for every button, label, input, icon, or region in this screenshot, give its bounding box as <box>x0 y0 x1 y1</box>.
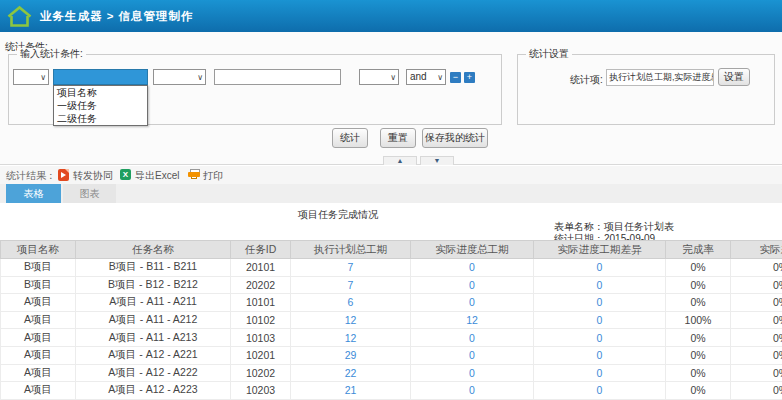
cell: 0% <box>666 329 731 347</box>
settings-fieldset-label: 统计设置 <box>526 48 572 60</box>
cell: 10202 <box>231 364 291 382</box>
value-select[interactable]: ∨ <box>359 69 399 85</box>
result-table-wrapper: 项目名称任务名称任务ID执行计划总工期实际进度总工期实际进度工期差异完成率实际差… <box>0 240 782 400</box>
cell-link[interactable]: 0 <box>534 364 666 382</box>
add-condition-button[interactable]: + <box>464 72 475 83</box>
result-table: 项目名称任务名称任务ID执行计划总工期实际进度总工期实际进度工期差异完成率实际差… <box>0 240 782 400</box>
cell-link[interactable]: 0 <box>534 276 666 294</box>
dropdown-option[interactable]: 项目名称 <box>54 86 147 99</box>
cell-link[interactable]: 0 <box>411 276 534 294</box>
column-header: 任务名称 <box>76 241 231 259</box>
cell: A项目 - A11 - A212 <box>76 311 231 329</box>
cell: 0% <box>731 276 782 294</box>
logic-select[interactable]: ∨ <box>13 69 49 85</box>
cell-link[interactable]: 0 <box>411 259 534 277</box>
cell-link[interactable]: 7 <box>291 259 411 277</box>
cell: 0% <box>666 346 731 364</box>
cell-link[interactable]: 0 <box>534 294 666 312</box>
cell-link[interactable]: 0 <box>534 311 666 329</box>
report-title: 项目任务完成情况 <box>298 208 378 222</box>
top-bar: 业务生成器 > 信息管理制作 <box>0 0 782 32</box>
excel-icon: X <box>120 169 131 180</box>
chevron-down-icon: ∨ <box>197 71 203 85</box>
cell-link[interactable]: 21 <box>291 382 411 400</box>
cell: 0% <box>731 364 782 382</box>
home-icon[interactable] <box>6 4 33 29</box>
export-excel-label: 导出Excel <box>135 169 179 183</box>
cell: 0% <box>731 311 782 329</box>
cell-link[interactable]: 0 <box>534 259 666 277</box>
cell: B项目 - B12 - B212 <box>76 276 231 294</box>
cell: 0% <box>666 259 731 277</box>
chevron-down-icon: ∨ <box>437 71 443 85</box>
reset-button[interactable]: 重置 <box>380 128 416 148</box>
forward-icon <box>58 169 69 181</box>
condition-fieldset: 输入统计条件: ∨ 项目名称一级任务二级任务 ∨ ∨ and ∨ − + <box>8 54 502 125</box>
cell: 0% <box>666 382 731 400</box>
breadcrumb: 业务生成器 > 信息管理制作 <box>40 0 194 32</box>
tab-chart[interactable]: 图表 <box>63 184 116 203</box>
cell: B项目 <box>1 276 76 294</box>
cell-link[interactable]: 7 <box>291 276 411 294</box>
cell-link[interactable]: 0 <box>411 329 534 347</box>
cell: 0% <box>666 364 731 382</box>
condition-fieldset-label: 输入统计条件: <box>17 48 86 60</box>
cell-link[interactable]: 22 <box>291 364 411 382</box>
field-select-open[interactable] <box>53 69 148 85</box>
cell: 0% <box>666 294 731 312</box>
cell-link[interactable]: 0 <box>534 329 666 347</box>
column-header: 实际差异 <box>731 241 782 259</box>
cell: A项目 - A11 - A211 <box>76 294 231 312</box>
forward-label: 转发协同 <box>73 169 113 183</box>
table-row: A项目A项目 - A12 - A2231020321000%0% <box>1 382 782 400</box>
settings-button[interactable]: 设置 <box>718 68 750 86</box>
cell-link[interactable]: 12 <box>291 329 411 347</box>
cell: 0% <box>731 294 782 312</box>
cell: A项目 - A12 - A222 <box>76 364 231 382</box>
save-statistics-button[interactable]: 保存我的统计 <box>422 128 488 148</box>
and-or-select[interactable]: and ∨ <box>406 69 446 85</box>
collapse-down-button[interactable]: ▼ <box>420 156 454 165</box>
cell-link[interactable]: 0 <box>411 364 534 382</box>
cell: 10201 <box>231 346 291 364</box>
table-row: A项目A项目 - A12 - A2211020129000%0% <box>1 346 782 364</box>
cell: 20101 <box>231 259 291 277</box>
cell-link[interactable]: 29 <box>291 346 411 364</box>
chevron-down-icon: ∨ <box>390 71 396 85</box>
cell: A项目 - A11 - A213 <box>76 329 231 347</box>
cell: 0% <box>731 259 782 277</box>
tab-table[interactable]: 表格 <box>6 184 61 203</box>
cell-link[interactable]: 0 <box>534 346 666 364</box>
remove-condition-button[interactable]: − <box>450 72 461 83</box>
results-toolbar: 统计结果： 转发协同 X 导出Excel 打印 <box>0 166 782 184</box>
table-row: B项目B项目 - B11 - B211201017000%0% <box>1 259 782 277</box>
condition-dropdown-list: 项目名称一级任务二级任务 <box>53 85 148 126</box>
table-row: A项目A项目 - A11 - A2121010212120100%0% <box>1 311 782 329</box>
cell-link[interactable]: 0 <box>411 294 534 312</box>
cell-link[interactable]: 12 <box>291 311 411 329</box>
cell-link[interactable]: 0 <box>411 346 534 364</box>
table-body: B项目B项目 - B11 - B211201017000%0%B项目B项目 - … <box>1 259 782 400</box>
dropdown-option[interactable]: 一级任务 <box>54 99 147 112</box>
column-header: 任务ID <box>231 241 291 259</box>
cell-link[interactable]: 6 <box>291 294 411 312</box>
report-section: 项目任务完成情况 表单名称：项目任务计划表 统计日期：2015-09-09 项目… <box>0 203 782 400</box>
cell: 0% <box>731 329 782 347</box>
cell: B项目 <box>1 259 76 277</box>
cell-link[interactable]: 0 <box>534 382 666 400</box>
cell-link[interactable]: 0 <box>411 382 534 400</box>
print-label: 打印 <box>203 169 223 183</box>
statistics-button[interactable]: 统计 <box>332 128 368 148</box>
cell-link[interactable]: 12 <box>411 311 534 329</box>
condition-value-input[interactable] <box>214 69 341 85</box>
cell: 10103 <box>231 329 291 347</box>
app-window: 业务生成器 > 信息管理制作 统计条件: 输入统计条件: ∨ 项目名称一级任务二… <box>0 0 782 400</box>
column-header: 完成率 <box>666 241 731 259</box>
table-row: B项目B项目 - B12 - B212202027000%0% <box>1 276 782 294</box>
collapse-up-button[interactable]: ▲ <box>383 156 417 165</box>
cell: A项目 <box>1 311 76 329</box>
dropdown-option[interactable]: 二级任务 <box>54 112 147 125</box>
operator-select[interactable]: ∨ <box>153 69 206 85</box>
cell: A项目 <box>1 382 76 400</box>
cell: 0% <box>731 382 782 400</box>
